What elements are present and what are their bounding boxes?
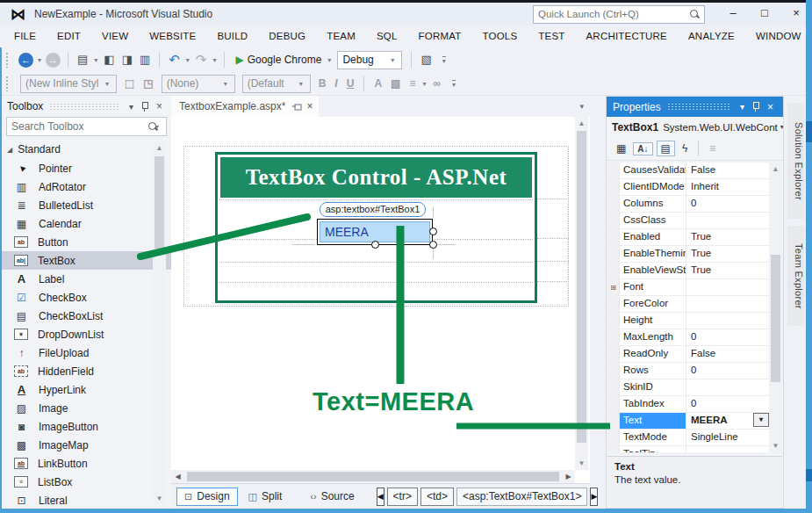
scroll-up-icon[interactable]: ▲ <box>575 117 588 130</box>
property-row-font[interactable]: ⊞Font <box>607 279 770 296</box>
expand-icon[interactable]: ⊞ <box>610 284 616 292</box>
new-file-dropdown-icon[interactable]: ▾ <box>91 56 100 64</box>
hyperlink-icon[interactable]: ∞ <box>428 77 445 90</box>
design-view-button[interactable]: ⊡ Design <box>176 488 238 506</box>
scroll-down-icon[interactable]: ▼ <box>153 492 166 505</box>
toolbox-item-calendar[interactable]: ▦Calendar <box>2 214 171 233</box>
tag-path-tr[interactable]: <tr> <box>387 488 418 506</box>
menu-build[interactable]: BUILD <box>206 25 258 47</box>
document-tab[interactable]: TextboxExample.aspx* × <box>171 96 319 117</box>
scroll-up-icon[interactable]: ▲ <box>769 163 782 176</box>
property-row-textmode[interactable]: TextModeSingleLine <box>607 430 770 446</box>
font-combo[interactable]: (Default ▾ <box>242 75 311 93</box>
toolbox-header[interactable]: Toolbox ▾ × <box>2 96 171 117</box>
scroll-thumb[interactable] <box>187 472 559 481</box>
property-row-maxlength[interactable]: MaxLength0 <box>607 329 770 346</box>
property-row-readonly[interactable]: ReadOnlyFalse <box>607 346 770 363</box>
toolbar-overflow-icon[interactable]: ▾ <box>442 56 446 64</box>
maximize-button[interactable]: □ <box>749 4 780 25</box>
undo-dropdown-icon[interactable]: ▾ <box>183 56 192 64</box>
property-row-enableviewstate[interactable]: EnableViewStateTrue <box>607 263 770 279</box>
property-row-text[interactable]: TextMEERA▾ <box>607 413 770 430</box>
menu-architecture[interactable]: ARCHITECTURE <box>576 25 679 47</box>
tab-solution-explorer[interactable]: Solution Explorer <box>787 103 804 219</box>
property-row-columns[interactable]: Columns0 <box>607 196 770 213</box>
menu-tools[interactable]: TOOLS <box>472 25 528 47</box>
italic-button[interactable]: I <box>330 77 341 90</box>
menu-website[interactable]: WEBSITE <box>139 25 206 47</box>
target-rule-combo[interactable]: (New Inline Styl ▾ <box>20 75 117 93</box>
tag-nav-left-icon[interactable]: ◀ <box>377 488 384 506</box>
scroll-up-icon[interactable]: ▲ <box>153 141 166 155</box>
properties-view-icon[interactable]: ▤ <box>657 141 675 156</box>
editor-horizontal-scrollbar[interactable]: ◀ ▶ <box>171 470 575 483</box>
run-target-dropdown-icon[interactable]: ▾ <box>325 56 334 64</box>
scroll-thumb[interactable] <box>154 156 164 249</box>
back-dropdown-icon[interactable]: ▾ <box>35 56 44 64</box>
object-selector[interactable]: TextBox1 System.Web.UI.WebCont ▾ <box>607 117 783 137</box>
configuration-combo[interactable]: Debug ▾ <box>337 51 402 69</box>
properties-scrollbar[interactable]: ▲ ▼ <box>769 163 782 452</box>
minimize-button[interactable]: – <box>717 4 749 25</box>
alphabetical-sort-icon[interactable]: A↓ <box>633 142 652 155</box>
split-view-button[interactable]: ◫ Split <box>241 488 290 506</box>
css-class-combo[interactable]: (None) ▾ <box>162 75 235 93</box>
menu-team[interactable]: TEAM <box>316 25 366 47</box>
menu-window[interactable]: WINDOW <box>745 25 812 47</box>
toolbox-item-label[interactable]: ALabel <box>2 270 171 288</box>
toolbox-item-literal[interactable]: ⊡Literal <box>2 491 171 509</box>
menu-file[interactable]: FILE <box>4 25 47 47</box>
undo-icon[interactable]: ↶ <box>165 48 183 71</box>
toolbox-scrollbar[interactable]: ▲ ▼ <box>153 141 166 505</box>
toolbar-grip[interactable] <box>5 76 10 91</box>
toolbox-search-input[interactable] <box>11 120 147 133</box>
font-color-icon[interactable]: A <box>370 77 386 90</box>
toolbox-item-hyperlink[interactable]: AHyperLink <box>2 380 171 399</box>
menu-view[interactable]: VIEW <box>91 25 139 47</box>
start-debug-icon[interactable]: ▶ <box>235 54 243 66</box>
alignment-icon[interactable]: ≡ <box>405 77 420 90</box>
navigate-back-icon[interactable]: ← <box>18 53 33 68</box>
tag-path-textbox[interactable]: <asp:TextBox#TextBox1> <box>456 488 587 506</box>
quick-launch-input[interactable] <box>538 9 689 19</box>
menu-analyze[interactable]: ANALYZE <box>678 25 745 47</box>
source-view-button[interactable]: ‹› Source <box>303 488 361 506</box>
property-row-cssclass[interactable]: CssClass <box>607 213 770 229</box>
show-overlay-icon[interactable]: ⬚ <box>120 77 139 90</box>
property-row-tooltip[interactable]: ToolTip <box>607 446 770 452</box>
layout-table-outline[interactable]: TextBox Control - ASP.Net asp:textbox#Te… <box>183 146 569 307</box>
textbox1-input[interactable] <box>320 221 430 242</box>
resize-handle-bottom[interactable] <box>371 241 379 249</box>
toolbox-item-button[interactable]: abButton <box>2 233 171 251</box>
toolbox-item-checkbox[interactable]: ☑CheckBox <box>2 288 171 307</box>
design-surface[interactable]: TextBox Control - ASP.Net asp:textbox#Te… <box>171 117 575 470</box>
property-row-enabled[interactable]: EnabledTrue <box>607 229 770 246</box>
property-row-height[interactable]: Height <box>607 313 770 329</box>
property-row-enabletheming[interactable]: EnableThemingTrue <box>607 246 770 263</box>
property-row-causesvalidation[interactable]: CausesValidationFalse <box>607 163 770 179</box>
property-row-tabindex[interactable]: TabIndex0 <box>607 396 770 413</box>
toolbox-item-adrotator[interactable]: ▥AdRotator <box>2 177 171 196</box>
property-pages-icon[interactable]: ≡ <box>706 141 719 155</box>
scroll-left-icon[interactable]: ◀ <box>171 470 184 483</box>
toolbox-item-imagemap[interactable]: ▩ImageMap <box>2 436 171 454</box>
scroll-down-icon[interactable]: ▼ <box>769 439 782 452</box>
toolbox-item-bulletedlist[interactable]: ≣BulletedList <box>2 196 171 214</box>
new-style-icon[interactable]: ◳ <box>139 77 157 90</box>
toolbar-overflow-icon[interactable]: ▾ <box>452 80 456 88</box>
open-file-icon[interactable]: ◧ <box>100 48 118 71</box>
content-table[interactable]: TextBox Control - ASP.Net asp:textbox#Te… <box>215 152 537 303</box>
toolbox-item-linkbutton[interactable]: abLinkButton <box>2 454 171 473</box>
toolbox-item-listbox[interactable]: ≡ListBox <box>2 473 171 491</box>
property-row-forecolor[interactable]: ForeColor <box>607 296 770 313</box>
scroll-thumb[interactable] <box>577 131 586 443</box>
redo-dropdown-icon[interactable]: ▾ <box>210 56 219 64</box>
toolbox-search[interactable]: ▾ <box>6 117 167 136</box>
property-row-clientidmode[interactable]: ClientIDModeInherit <box>607 179 770 196</box>
resize-handle-corner[interactable] <box>429 241 437 249</box>
tag-path-td[interactable]: <td> <box>420 488 454 506</box>
highlight-icon[interactable]: ▧ <box>386 77 405 90</box>
scroll-right-icon[interactable]: ▶ <box>562 470 575 483</box>
menu-debug[interactable]: DEBUG <box>258 25 316 47</box>
property-row-skinid[interactable]: SkinID <box>607 379 770 396</box>
